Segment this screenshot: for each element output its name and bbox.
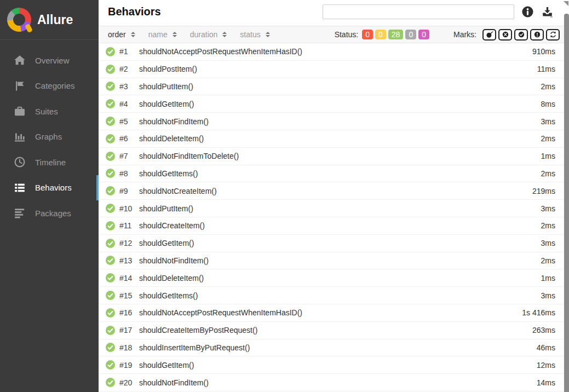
table-row[interactable]: #10 shouldPutItem() 3ms [99, 200, 569, 217]
table-row[interactable]: #3 shouldPutItem() 2ms [99, 78, 569, 96]
align-left-icon [14, 207, 26, 219]
column-label: status [240, 30, 260, 39]
table-row[interactable]: #11 shouldCreateItem() 2ms [99, 217, 569, 235]
mark-filter-failed-button[interactable] [498, 29, 512, 41]
sidebar-item-graphs[interactable]: Graphs [0, 124, 99, 150]
passed-status-icon [106, 99, 115, 108]
passed-status-icon [106, 378, 115, 387]
test-duration: 46ms [537, 343, 555, 352]
test-name: shouldGetItems() [139, 169, 534, 178]
scrollbar[interactable] [564, 0, 569, 392]
test-name: shouldCreateItemByPostRequest() [139, 326, 526, 335]
test-order: #19 [119, 361, 139, 370]
mark-filter-broken-button[interactable] [530, 29, 544, 41]
test-name: shouldGetItem() [139, 100, 534, 108]
test-order: #18 [119, 343, 139, 352]
page-header: Behaviors [99, 0, 569, 26]
passed-status-icon [106, 152, 115, 161]
table-row[interactable]: #16 shouldNotAcceptPostRequestWhenItemHa… [99, 304, 569, 322]
table-row[interactable]: #5 shouldNotFindItem() 3ms [99, 113, 569, 130]
sort-column-order[interactable]: order [108, 30, 135, 39]
table-row[interactable]: #19 shouldGetItem() 12ms [99, 356, 569, 374]
test-name: shouldDeleteItem() [139, 274, 534, 283]
column-label: duration [190, 30, 218, 39]
report-info-button[interactable] [521, 5, 534, 18]
test-order: #17 [119, 326, 139, 335]
bar-chart-icon [14, 131, 26, 143]
test-duration: 910ms [532, 47, 555, 56]
list-icon [14, 182, 26, 194]
test-duration: 2ms [541, 134, 555, 143]
test-name: shouldGetItem() [139, 361, 530, 370]
passed-status-icon [106, 291, 115, 300]
test-duration: 3ms [541, 291, 555, 300]
resize-grip-icon [564, 1, 568, 6]
test-order: #14 [119, 274, 139, 283]
mark-filter-flaky-button[interactable] [482, 29, 496, 41]
table-row[interactable]: #12 shouldGetItem() 3ms [99, 235, 569, 252]
table-row[interactable]: #15 shouldGetItems() 3ms [99, 287, 569, 304]
test-name: shouldNotFindItemToDelete() [139, 152, 534, 160]
status-badge-failed[interactable]: 0 [362, 30, 373, 39]
sidebar-item-packages[interactable]: Packages [0, 200, 99, 226]
test-duration: 8ms [541, 100, 555, 108]
search-input[interactable] [323, 4, 514, 19]
test-duration: 263ms [532, 326, 555, 335]
table-row[interactable]: #17 shouldCreateItemByPostRequest() 263m… [99, 322, 569, 339]
sidebar-item-timeline[interactable]: Timeline [0, 149, 99, 175]
test-duration: 3ms [541, 117, 555, 126]
logo-area: Allure [0, 0, 99, 40]
mark-filter-retry-button[interactable] [546, 29, 560, 41]
sort-arrows-icon [173, 32, 177, 37]
table-row[interactable]: #9 shouldNotCreateItem() 219ms [99, 182, 569, 200]
retry-icon [549, 31, 557, 38]
test-duration: 2ms [541, 221, 555, 230]
sidebar-item-behaviors[interactable]: Behaviors [0, 175, 99, 201]
sort-arrows-icon [222, 32, 227, 37]
sidebar-item-categories[interactable]: Categories [0, 73, 99, 99]
test-name: shouldGetItem() [139, 239, 534, 247]
status-badge-broken[interactable]: 0 [375, 30, 386, 39]
page-title: Behaviors [108, 4, 161, 19]
passed-status-icon [106, 186, 115, 195]
table-row[interactable]: #8 shouldGetItems() 2ms [99, 165, 569, 183]
status-badge-unknown[interactable]: 0 [418, 30, 429, 39]
test-order: #9 [119, 187, 139, 195]
table-row[interactable]: #4 shouldGetItem() 8ms [99, 95, 569, 113]
test-duration: 1ms [541, 152, 555, 160]
mark-filter-passed-button[interactable] [514, 29, 528, 41]
sort-column-duration[interactable]: duration [190, 30, 227, 39]
status-badge-passed[interactable]: 28 [388, 30, 404, 39]
sort-column-name[interactable]: name [148, 30, 177, 39]
table-row[interactable]: #2 shouldPostItem() 11ms [99, 61, 569, 78]
table-row[interactable]: #7 shouldNotFindItemToDelete() 1ms [99, 148, 569, 165]
test-order: #4 [119, 100, 139, 108]
passed-status-icon [106, 169, 115, 178]
sort-column-status[interactable]: status [240, 30, 269, 39]
status-badge-skipped[interactable]: 0 [405, 30, 416, 39]
passed-status-icon [106, 239, 115, 248]
sidebar-nav: Overview Categories Suites Graphs [0, 40, 99, 226]
test-duration: 14ms [537, 378, 555, 387]
test-order: #16 [119, 308, 139, 317]
table-row[interactable]: #18 shouldInsertItemByPutRequest() 46ms [99, 339, 569, 357]
test-duration: 1s 416ms [522, 308, 555, 317]
download-csv-button[interactable] [541, 5, 554, 18]
sidebar-item-label: Packages [35, 209, 71, 218]
test-order: #6 [119, 134, 139, 143]
table-row[interactable]: #20 shouldNotFindItem() 14ms [99, 374, 569, 391]
sidebar-item-suites[interactable]: Suites [0, 99, 99, 124]
table-row[interactable]: #13 shouldNotFindItem() 2ms [99, 252, 569, 270]
download-icon [541, 5, 554, 18]
sidebar-item-overview[interactable]: Overview [0, 48, 99, 73]
circle-check-icon [518, 31, 525, 38]
table-row[interactable]: #1 shouldNotAcceptPostRequestWhenItemHas… [99, 43, 569, 61]
test-name: shouldPutItem() [139, 82, 534, 91]
table-row[interactable]: #14 shouldDeleteItem() 1ms [99, 269, 569, 287]
table-row[interactable]: #6 shouldDeleteItem() 2ms [99, 130, 569, 148]
test-order: #3 [119, 82, 139, 91]
scrollbar-thumb[interactable] [564, 14, 569, 392]
test-order: #5 [119, 117, 139, 126]
test-order: #11 [119, 221, 139, 230]
passed-status-icon [106, 82, 115, 91]
